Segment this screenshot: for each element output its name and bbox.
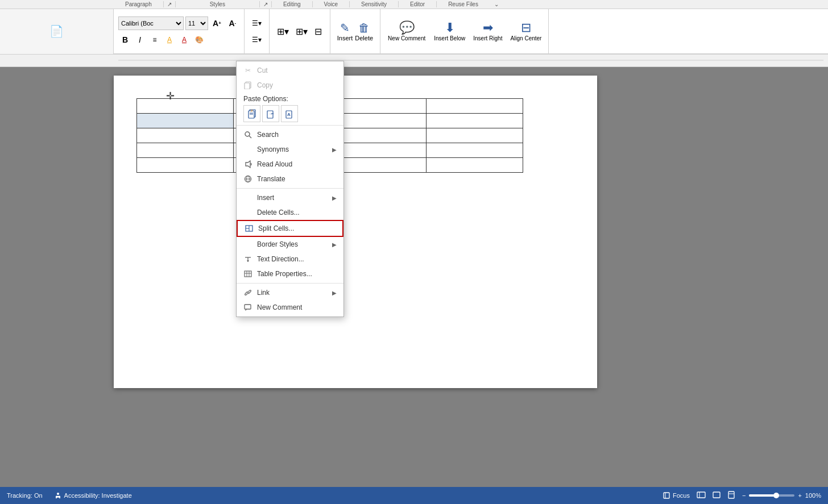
svg-marker-23: [247, 260, 249, 262]
delete-cells-label: Delete Cells...: [257, 209, 337, 216]
layout-btn-3[interactable]: [727, 491, 735, 500]
new-comment-icon: [243, 303, 252, 312]
link-icon: [243, 288, 252, 297]
focus-button[interactable]: Focus: [663, 491, 690, 499]
svg-text:→: →: [269, 112, 273, 116]
font-shrink-button[interactable]: A-: [226, 16, 239, 31]
split-cells-menu-item[interactable]: Split Cells...: [237, 220, 343, 237]
svg-rect-24: [245, 271, 251, 277]
section-voice: Voice: [313, 1, 350, 7]
copy-label: Copy: [257, 81, 337, 89]
font-color-button[interactable]: A: [177, 32, 191, 47]
layout-btn-1[interactable]: [697, 491, 706, 500]
section-sensitivity: Sensitivity: [350, 1, 399, 7]
ruler: [0, 55, 828, 67]
svg-line-13: [249, 136, 251, 138]
delete-cells-menu-item[interactable]: Delete Cells...: [237, 205, 343, 220]
paste-options-section: Paste Options: P →: [237, 93, 343, 123]
zoom-out-btn[interactable]: −: [742, 492, 746, 499]
delete-cells-icon: [243, 208, 252, 217]
cut-menu-item[interactable]: ✂ Cut: [237, 63, 343, 78]
read-aloud-icon: [243, 160, 252, 169]
split-cells-icon: [245, 224, 254, 233]
shading-button[interactable]: 🎨: [192, 32, 206, 47]
table-settings-button[interactable]: ⊟: [312, 24, 325, 39]
paste-options-label: Paste Options:: [243, 95, 337, 103]
translate-menu-item[interactable]: Translate: [237, 172, 343, 186]
highlight-button[interactable]: A: [163, 32, 176, 47]
copy-icon: [243, 81, 252, 90]
zoom-level: 100%: [805, 492, 821, 499]
collapse-icon[interactable]: ⌄: [490, 1, 503, 7]
link-menu-item[interactable]: Link ▶: [237, 285, 343, 300]
insert-arrow: ▶: [332, 195, 337, 201]
zoom-in-btn[interactable]: +: [798, 492, 801, 499]
copy-menu-item[interactable]: Copy: [237, 78, 343, 93]
font-size-select[interactable]: 11: [185, 16, 208, 30]
read-aloud-label: Read Aloud: [257, 160, 337, 168]
move-cursor-icon: ✛: [166, 90, 175, 102]
bold-button[interactable]: B: [118, 32, 132, 47]
cut-icon: ✂: [243, 66, 252, 75]
context-menu: ✂ Cut Copy Paste Options: P: [236, 61, 344, 317]
layout-btn-2[interactable]: [713, 491, 721, 500]
italic-button[interactable]: I: [133, 32, 147, 47]
insert-label: Insert: [257, 194, 328, 202]
border-styles-arrow: ▶: [332, 241, 337, 248]
zoom-control[interactable]: − + 100%: [742, 492, 821, 499]
insert-right-ribbon-btn[interactable]: ➡ Insert Right: [471, 18, 504, 44]
svg-marker-14: [246, 161, 250, 168]
insert-label[interactable]: Insert: [337, 35, 353, 41]
svg-point-12: [245, 132, 250, 136]
bullet-list-button[interactable]: ☰▾: [249, 16, 264, 31]
synonyms-menu-item[interactable]: Synonyms ▶: [237, 142, 343, 157]
search-menu-item[interactable]: Search: [237, 127, 343, 142]
cut-label: Cut: [257, 66, 337, 74]
split-cells-label: Split Cells...: [258, 224, 336, 232]
tracking-status: Tracking: On: [7, 492, 43, 499]
doc-icon: 📄: [49, 24, 64, 38]
table-properties-icon: [243, 269, 252, 278]
read-aloud-menu-item[interactable]: Read Aloud: [237, 157, 343, 172]
svg-text:A: A: [287, 112, 291, 117]
align-center-ribbon-btn[interactable]: ⊟ Align Center: [508, 18, 544, 44]
paste-merge-btn[interactable]: →: [262, 105, 279, 122]
table-button[interactable]: ⊞▾: [274, 24, 292, 39]
font-name-select[interactable]: Calibri (Boc: [118, 16, 184, 30]
insert-icon: [243, 193, 252, 202]
delete-label[interactable]: Delete: [355, 35, 373, 41]
new-comment-menu-item[interactable]: New Comment: [237, 300, 343, 315]
status-bar: Tracking: On Accessibility: Investigate …: [0, 487, 828, 504]
font-grow-button[interactable]: A+: [210, 16, 224, 31]
section-styles: Styles: [176, 1, 260, 7]
text-direction-menu-item[interactable]: Text Direction...: [237, 252, 343, 266]
svg-rect-37: [728, 491, 734, 498]
table-options-button[interactable]: ⊞▾: [293, 24, 310, 39]
section-editor: Editor: [399, 1, 437, 7]
text-direction-label: Text Direction...: [257, 255, 337, 263]
text-direction-icon: [243, 255, 252, 264]
paste-keep-source-btn[interactable]: P: [243, 105, 260, 122]
section-paragraph-icon: ↗: [164, 1, 176, 7]
section-paragraph: Paragraph: [114, 1, 164, 7]
number-list-button[interactable]: ☰▾: [249, 32, 264, 47]
border-styles-icon: [243, 240, 252, 249]
svg-rect-36: [713, 492, 720, 498]
link-label: Link: [257, 289, 328, 297]
svg-rect-34: [697, 492, 705, 498]
insert-below-ribbon-btn[interactable]: ⬇ Insert Below: [432, 18, 467, 44]
svg-rect-2: [245, 83, 250, 89]
table-properties-menu-item[interactable]: Table Properties...: [237, 266, 343, 281]
insert-menu-item[interactable]: Insert ▶: [237, 190, 343, 205]
paste-text-only-btn[interactable]: A: [281, 105, 298, 122]
translate-label: Translate: [257, 175, 337, 183]
align-button[interactable]: ≡: [148, 32, 162, 47]
synonyms-icon: [243, 145, 252, 154]
status-left: Tracking: On Accessibility: Investigate: [7, 491, 132, 499]
svg-rect-32: [664, 493, 669, 498]
border-styles-menu-item[interactable]: Border Styles ▶: [237, 237, 343, 252]
new-comment-ribbon-btn[interactable]: 💬 New Comment: [385, 18, 428, 45]
link-arrow: ▶: [332, 290, 337, 296]
synonyms-arrow: ▶: [332, 147, 337, 153]
table-properties-label: Table Properties...: [257, 270, 337, 278]
